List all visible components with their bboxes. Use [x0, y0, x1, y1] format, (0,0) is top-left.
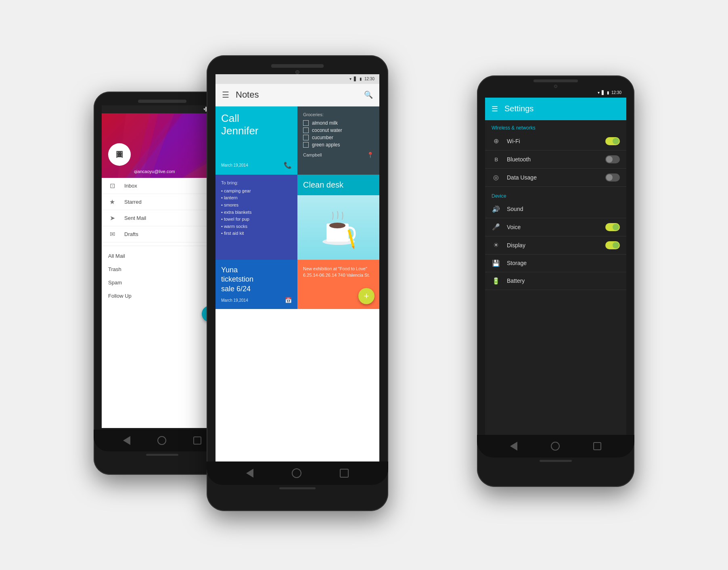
trash-label: Trash [108, 266, 121, 272]
display-icon: ☀ [492, 241, 500, 249]
back-button[interactable] [123, 436, 130, 445]
grocery-item-3: cucumber [303, 135, 374, 140]
home-button[interactable] [157, 436, 166, 445]
exhibition-text: New exhibition at "Food to Love" 6.25.14… [303, 265, 374, 279]
notes-back-button[interactable] [246, 469, 253, 478]
location-text: Campbell [303, 152, 322, 157]
search-icon[interactable]: 🔍 [364, 90, 373, 99]
note-call-jennifer[interactable]: CallJennifer March 19,2014 📞 [215, 106, 297, 175]
settings-wifi[interactable]: ⊕ Wi-Fi [485, 132, 626, 150]
sent-icon: ➤ [108, 214, 116, 222]
groceries-header: Groceries: [303, 112, 374, 117]
wireless-section-header: Wireless & networks [485, 120, 626, 132]
settings-nav-bar [477, 435, 634, 457]
email-nav-sent[interactable]: ➤ Sent Mail [102, 210, 223, 226]
email-nav-starred[interactable]: ★ Starred [102, 194, 223, 210]
data-label: Data Usage [507, 174, 599, 181]
grocery-item-4: green apples [303, 142, 374, 148]
bluetooth-toggle[interactable] [605, 155, 620, 163]
notes-recents-button[interactable] [340, 469, 349, 478]
settings-data-usage[interactable]: ◎ Data Usage [485, 169, 626, 187]
scene: ▾▋ ▮ 12 圖 qiancaoyu@live.com ▼ [82, 43, 646, 527]
wifi-settings-icon: ⊕ [492, 137, 500, 145]
email-nav-spam[interactable]: Spam ⓘ [102, 276, 223, 289]
signal-icon: ▋ [602, 90, 605, 95]
data-icon: ◎ [492, 173, 500, 181]
voice-label: Voice [507, 224, 599, 230]
settings-voice[interactable]: 🎤 Voice [485, 218, 626, 236]
clean-desk-title: Clean desk [303, 180, 374, 190]
device-section-header: Device [485, 188, 626, 200]
display-toggle[interactable] [605, 241, 620, 249]
note-exhibition[interactable]: New exhibition at "Food to Love" 6.25.14… [297, 260, 379, 309]
settings-bluetooth[interactable]: ʙ Bluetooth [485, 150, 626, 169]
checkbox-3[interactable] [303, 135, 309, 140]
settings-battery[interactable]: 🔋 Battery [485, 272, 626, 290]
bluetooth-icon: ʙ [492, 155, 500, 163]
note-tobring[interactable]: To bring: • camping gear • lantern • smo… [215, 175, 297, 260]
starred-label: Starred [124, 199, 142, 205]
tobring-header: To bring: [221, 180, 292, 185]
tobring-items: • camping gear • lantern • smores • extr… [221, 188, 292, 237]
display-label: Display [507, 242, 599, 248]
checkbox-2[interactable] [303, 127, 309, 133]
settings-camera [554, 85, 557, 88]
wifi-label: Wi-Fi [507, 138, 599, 144]
notes-speaker [271, 64, 324, 68]
storage-icon: 💾 [492, 259, 500, 267]
drafts-icon: ✉ [108, 230, 116, 238]
note-title: CallJennifer [221, 112, 292, 137]
settings-appbar: ☰ Settings [485, 98, 626, 120]
battery-icon: ▮ [360, 77, 362, 81]
email-nav-drafts[interactable]: ✉ Drafts [102, 226, 223, 242]
notes-status-bar: ▾ ▋ ▮ 12:30 [215, 74, 379, 84]
sent-label: Sent Mail [124, 215, 146, 221]
inbox-label: Inbox [124, 183, 137, 189]
checkbox-4[interactable] [303, 142, 309, 148]
settings-back-button[interactable] [510, 442, 517, 451]
wifi-icon: ▾ [598, 90, 600, 95]
note-groceries[interactable]: Groceries: almond milk coconut water cuc… [297, 106, 379, 175]
phone-settings: ▾ ▋ ▮ 12:30 ☰ Settings Wireless & networ… [477, 75, 634, 487]
note-date: March 19,2014 [221, 163, 248, 167]
settings-display[interactable]: ☀ Display [485, 236, 626, 255]
settings-home-button[interactable] [551, 442, 560, 451]
settings-recents-button[interactable] [593, 442, 601, 450]
recents-button[interactable] [193, 436, 201, 445]
calendar-icon: 📅 [285, 297, 292, 303]
note-coffee[interactable] [297, 195, 379, 260]
note-clean-desk[interactable]: Clean desk [297, 175, 379, 195]
settings-time: 12:30 [611, 90, 621, 95]
email-nav-allmail[interactable]: All Mail ⓘ [102, 249, 223, 263]
email-nav-followup[interactable]: Follow Up ⓘ [102, 289, 223, 303]
settings-status-bar: ▾ ▋ ▮ 12:30 [485, 88, 626, 98]
email-nav-trash[interactable]: Trash ⓘ [102, 263, 223, 276]
battery-icon: ▮ [607, 90, 609, 95]
fab-button[interactable]: + [358, 288, 374, 304]
settings-storage[interactable]: 💾 Storage [485, 255, 626, 272]
allmail-label: All Mail [108, 253, 125, 259]
settings-menu-icon[interactable]: ☰ [492, 104, 498, 113]
speaker-top [138, 100, 186, 103]
notes-bottom-bar [279, 487, 316, 489]
notes-home-button[interactable] [292, 468, 301, 478]
checkbox-1[interactable] [303, 120, 309, 126]
note-yuna[interactable]: Yunaticketstionsale 6/24 March 19,2014 📅 [215, 260, 297, 309]
spam-label: Spam [108, 280, 122, 286]
settings-sound[interactable]: 🔊 Sound [485, 200, 626, 218]
notes-appbar: ☰ Notes 🔍 [215, 84, 379, 106]
inbox-icon: ⊡ [108, 182, 116, 190]
email-header: 圖 qiancaoyu@live.com ▼ [102, 113, 223, 178]
grocery-text-4: green apples [312, 142, 340, 148]
bottom-bar [146, 454, 178, 456]
voice-toggle[interactable] [605, 223, 620, 231]
wifi-toggle[interactable] [605, 137, 620, 145]
sound-label: Sound [507, 206, 620, 212]
signal-icon: ▋ [354, 77, 357, 81]
data-toggle[interactable] [605, 173, 620, 182]
notes-nav-bar [207, 461, 388, 485]
menu-icon[interactable]: ☰ [222, 90, 229, 100]
email-nav-inbox[interactable]: ⊡ Inbox [102, 178, 223, 194]
phone-notes: ▾ ▋ ▮ 12:30 ☰ Notes 🔍 CallJennifer March… [207, 55, 388, 511]
grocery-text-2: coconut water [312, 127, 342, 133]
